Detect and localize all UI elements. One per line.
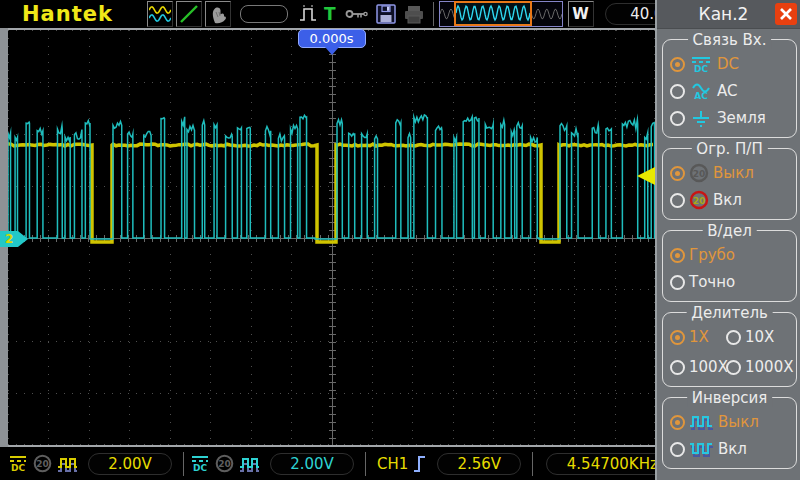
radio-circle xyxy=(670,330,685,345)
overview-wave-bright xyxy=(456,3,530,24)
ground-icon xyxy=(689,110,713,127)
section-inversion: Инверсия Выкл Вкл xyxy=(662,397,797,469)
radio-circle xyxy=(670,84,685,99)
ch2-volts-div-readout: 2.00V xyxy=(270,453,354,475)
radio-probe-100x[interactable]: 100X xyxy=(670,355,726,379)
svg-text:20: 20 xyxy=(693,169,706,179)
section-probe-legend: Делитель xyxy=(686,304,773,322)
option-label: Вкл xyxy=(718,440,747,458)
overview-window[interactable] xyxy=(454,1,532,26)
statusbar-separator xyxy=(532,452,533,476)
panel-title: Кан.2 xyxy=(699,4,749,24)
channel-waveforms-button[interactable] xyxy=(147,1,173,27)
radio-bw-off[interactable]: 20 Выкл xyxy=(670,161,794,185)
hand-pan-button[interactable] xyxy=(205,1,231,27)
section-coupling: Связь Вх. DC DC AC AC xyxy=(662,39,797,138)
section-vdiv-legend: В/дел xyxy=(702,222,757,240)
scope-display: 0.000s 2 xyxy=(8,28,655,447)
radio-invert-off[interactable]: Выкл xyxy=(670,410,794,434)
print-icon[interactable] xyxy=(403,4,425,24)
radio-probe-1000x[interactable]: 1000X xyxy=(726,355,794,379)
section-probe: Делитель 1X 10X 100X 1000X xyxy=(662,312,797,387)
option-label: Вкл xyxy=(713,191,742,209)
status-bar: DC 20 2.00V DC 20 2.00V CH1 2.56V 4.5470… xyxy=(0,447,655,480)
waveform-canvas xyxy=(8,30,655,445)
radio-circle xyxy=(670,360,685,375)
close-icon xyxy=(779,7,793,21)
option-label: DC xyxy=(717,55,739,73)
cursor-line-button[interactable] xyxy=(176,1,202,27)
option-label: Выкл xyxy=(718,413,759,431)
svg-text:20: 20 xyxy=(36,459,49,469)
close-button[interactable] xyxy=(775,3,797,25)
section-bw-limit-legend: Огр. П/П xyxy=(691,140,767,158)
section-coupling-legend: Связь Вх. xyxy=(688,31,772,49)
radio-circle xyxy=(726,360,741,375)
radio-circle xyxy=(670,57,685,72)
section-bw-limit: Огр. П/П 20 Выкл 20 Вкл xyxy=(662,148,797,220)
option-label: Земля xyxy=(717,109,766,127)
radio-circle xyxy=(670,415,685,430)
option-label: Грубо xyxy=(689,246,735,264)
option-label: 10X xyxy=(745,328,774,346)
radio-coupling-ground[interactable]: Земля xyxy=(670,106,794,130)
radio-circle xyxy=(726,330,741,345)
ch1-waveform-icon xyxy=(56,455,78,472)
svg-text:DC: DC xyxy=(11,463,25,472)
save-floppy-icon[interactable] xyxy=(375,3,397,25)
ch2-dc-coupling-icon: DC xyxy=(189,455,211,472)
trigger-source-label: CH1 xyxy=(377,455,408,473)
svg-text:DC: DC xyxy=(193,463,207,472)
empty-readout-field[interactable] xyxy=(240,5,288,23)
option-label: Точно xyxy=(689,273,735,291)
radio-circle xyxy=(670,248,685,263)
panel-header: Кан.2 xyxy=(657,0,800,29)
rising-edge-icon xyxy=(412,453,427,474)
toolbar-separator xyxy=(433,2,434,26)
channel2-menu-panel: Кан.2 Связь Вх. DC DC AC AC xyxy=(655,0,800,480)
radio-vdiv-fine[interactable]: Точно xyxy=(670,270,794,294)
waveform-overview-strip[interactable] xyxy=(439,1,563,27)
radio-circle xyxy=(670,275,685,290)
statusbar-separator xyxy=(183,452,184,476)
ch1-volts-div-readout: 2.00V xyxy=(88,453,172,475)
bw20-off-icon: 20 xyxy=(689,163,709,183)
radio-circle xyxy=(670,193,685,208)
time-cursor-badge[interactable]: 0.000s xyxy=(298,29,366,48)
option-label: 1X xyxy=(689,328,709,346)
bw20-on-icon: 20 xyxy=(689,190,709,210)
dual-wave-icon xyxy=(149,4,171,24)
radio-coupling-ac[interactable]: AC AC xyxy=(670,79,794,103)
radio-circle xyxy=(670,166,685,181)
radio-bw-on[interactable]: 20 Вкл xyxy=(670,188,794,212)
invert-on-icon xyxy=(689,441,714,457)
radio-vdiv-coarse[interactable]: Грубо xyxy=(670,243,794,267)
radio-coupling-dc[interactable]: DC DC xyxy=(670,52,794,76)
trigger-level-arrow[interactable] xyxy=(637,167,655,185)
svg-text:20: 20 xyxy=(218,459,231,469)
svg-text:20: 20 xyxy=(693,196,706,206)
option-label: AC xyxy=(717,82,737,100)
radio-invert-on[interactable]: Вкл xyxy=(670,437,794,461)
trigger-status-letter: T xyxy=(324,4,336,24)
ch2-bw-limit-icon: 20 xyxy=(215,454,234,473)
brand-logo: Hantek xyxy=(22,2,113,26)
pulse-trigger-icon[interactable] xyxy=(299,4,317,24)
ch1-dc-coupling-icon: DC xyxy=(7,455,29,472)
svg-text:AC: AC xyxy=(694,91,708,100)
option-label: 100X xyxy=(689,358,728,376)
window-mode-button[interactable]: W xyxy=(568,1,594,27)
ch2-waveform-icon xyxy=(238,455,260,472)
radio-probe-10x[interactable]: 10X xyxy=(726,325,794,349)
dc-coupling-icon: DC xyxy=(689,56,713,73)
svg-text:DC: DC xyxy=(694,64,708,73)
key-lock-icon[interactable] xyxy=(345,7,369,21)
oscilloscope-screen: { "topbar": {"brand": "Hantek", "trigger… xyxy=(0,0,800,480)
radio-probe-1x[interactable]: 1X xyxy=(670,325,726,349)
option-label: 1000X xyxy=(745,358,793,376)
diagonal-line-icon xyxy=(178,3,200,25)
trigger-level-readout: 2.56V xyxy=(437,453,521,475)
radio-circle xyxy=(670,442,685,457)
ch1-bw-limit-icon: 20 xyxy=(33,454,52,473)
section-vdiv: В/дел Грубо Точно xyxy=(662,230,797,302)
